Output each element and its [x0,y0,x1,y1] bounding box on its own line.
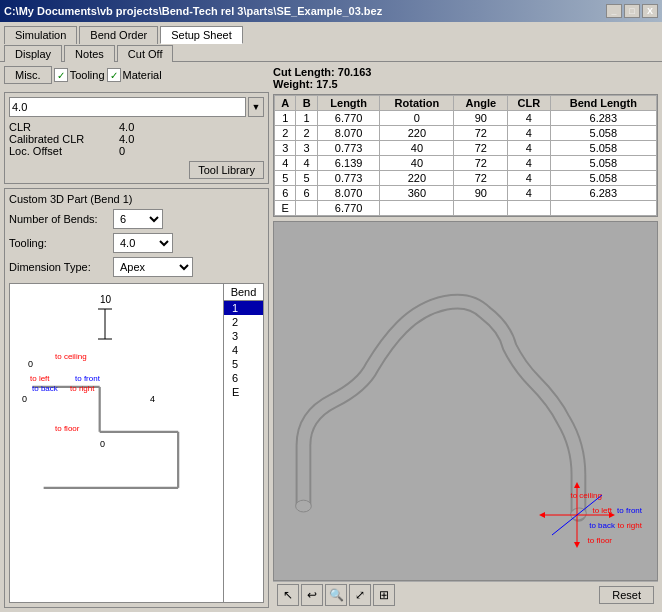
cell-angle [454,201,508,216]
col-a: A [275,96,296,111]
tooling-checkbox-item: ✓ Tooling [54,68,105,82]
cell-angle: 72 [454,141,508,156]
cell-rotation: 40 [380,156,454,171]
cell-clr: 4 [508,126,550,141]
tool-library-button[interactable]: Tool Library [189,161,264,179]
rotate-icon[interactable]: ↩ [301,584,323,606]
title-text: C:\My Documents\vb projects\Bend-Tech re… [4,5,382,17]
cell-b: 5 [296,171,317,186]
tab-misc[interactable]: Misc. [4,66,52,84]
cell-angle: 72 [454,126,508,141]
maximize-button[interactable]: □ [624,4,640,18]
tab-row-2: Display Notes Cut Off [4,44,269,61]
tooling-field-label: Tooling: [9,237,109,249]
tooling-checkbox[interactable]: ✓ [54,68,68,82]
grid-icon[interactable]: ⊞ [373,584,395,606]
close-button[interactable]: X [642,4,658,18]
cell-angle: 72 [454,156,508,171]
tab-notes[interactable]: Notes [64,45,115,62]
dim-10: 10 [100,294,111,305]
cell-b: 1 [296,111,317,126]
cell-clr: 4 [508,111,550,126]
to-right-label: to right [70,384,94,393]
cell-clr: 4 [508,171,550,186]
svg-line-19 [552,515,577,535]
cell-a: 3 [275,141,296,156]
calibrated-clr-value: 4.0 [119,133,134,145]
zoom-icon[interactable]: 🔍 [325,584,347,606]
to-ceiling-label: to ceiling [55,352,87,361]
tooling-dropdown-arrow[interactable]: ▼ [248,97,264,117]
loc-offset-row: Loc. Offset 0 [9,145,264,157]
cell-a: 2 [275,126,296,141]
svg-marker-15 [539,512,545,518]
3d-view: to ceiling to left to front to back to r… [273,221,658,581]
3d-to-front: to front [617,506,642,515]
cell-b: 3 [296,141,317,156]
col-rotation: Rotation [380,96,454,111]
cell-b: 4 [296,156,317,171]
tooling-field-row: Tooling: 4.0 [9,233,264,253]
minimize-button[interactable]: _ [606,4,622,18]
tab-display[interactable]: Display [4,45,62,62]
material-checkbox[interactable]: ✓ [107,68,121,82]
table-row: 3 3 0.773 40 72 4 5.058 [275,141,657,156]
cell-length: 6.139 [317,156,380,171]
cell-clr: 4 [508,156,550,171]
bend-item-4[interactable]: 4 [224,343,263,357]
table-row: 6 6 8.070 360 90 4 6.283 [275,186,657,201]
tab-cut-off[interactable]: Cut Off [117,45,174,62]
reset-button[interactable]: Reset [599,586,654,604]
bend-item-e[interactable]: E [224,385,263,399]
tab-bend-order[interactable]: Bend Order [79,26,158,44]
clr-label: CLR [9,121,99,133]
tooling-value-input[interactable] [9,97,246,117]
cell-a: 1 [275,111,296,126]
left-panel: Misc. ✓ Tooling ✓ Material ▼ CL [4,66,269,608]
svg-marker-13 [574,542,580,548]
bend-list: Bend 1 2 3 4 5 6 E [223,284,263,602]
table-row: 5 5 0.773 220 72 4 5.058 [275,171,657,186]
tooling-field-dropdown[interactable]: 4.0 [113,233,173,253]
cell-clr: 4 [508,186,550,201]
to-back-label: to back [32,384,58,393]
bend-item-6[interactable]: 6 [224,371,263,385]
tooling-dropdown-row: ▼ [9,97,264,117]
bend-item-5[interactable]: 5 [224,357,263,371]
tab-simulation[interactable]: Simulation [4,26,77,44]
bend-item-3[interactable]: 3 [224,329,263,343]
to-floor-label: to floor [55,424,79,433]
tab-setup-sheet[interactable]: Setup Sheet [160,26,243,44]
fit-icon[interactable]: ⤢ [349,584,371,606]
cell-angle: 90 [454,111,508,126]
cell-bend-length: 6.283 [550,186,656,201]
cell-length: 0.773 [317,171,380,186]
cell-length: 8.070 [317,186,380,201]
cell-clr [508,201,550,216]
calibrated-clr-label: Calibrated CLR [9,133,99,145]
val-0-left: 0 [28,359,33,369]
cell-length: 0.773 [317,141,380,156]
bend-item-2[interactable]: 2 [224,315,263,329]
svg-marker-11 [574,482,580,488]
calibrated-clr-row: Calibrated CLR 4.0 [9,133,264,145]
custom-3d-box: Custom 3D Part (Bend 1) Number of Bends:… [4,188,269,608]
cell-bend-length: 5.058 [550,126,656,141]
arrow-icon[interactable]: ↖ [277,584,299,606]
cell-length: 6.770 [317,201,380,216]
bend-item-1[interactable]: 1 [224,301,263,315]
pipe-diagram-svg [10,284,223,602]
num-bends-dropdown[interactable]: 6 [113,209,163,229]
tooling-box: ▼ CLR 4.0 Calibrated CLR 4.0 Loc. Offset… [4,92,269,184]
bend-header: Bend [224,284,263,301]
dim-type-dropdown[interactable]: Apex [113,257,193,277]
cell-rotation [380,201,454,216]
cell-rotation: 40 [380,141,454,156]
cell-angle: 72 [454,171,508,186]
title-bar: C:\My Documents\vb projects\Bend-Tech re… [0,0,662,22]
content-area: Misc. ✓ Tooling ✓ Material ▼ CL [0,61,662,612]
table-row: 2 2 8.070 220 72 4 5.058 [275,126,657,141]
cell-bend-length: 5.058 [550,156,656,171]
dim-type-row: Dimension Type: Apex [9,257,264,277]
col-angle: Angle [454,96,508,111]
